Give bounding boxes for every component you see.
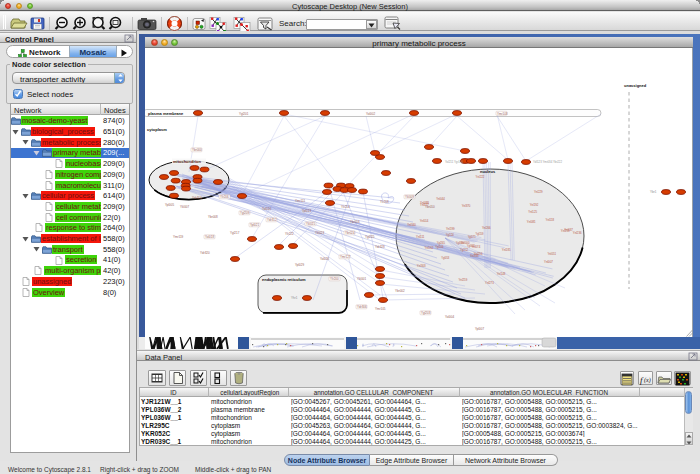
svg-text:Ylr214: Ylr214 — [341, 205, 350, 209]
svg-text:Ygl225: Ygl225 — [365, 235, 375, 239]
svg-text:Ylr222: Ylr222 — [285, 232, 294, 236]
svg-text:Ydr306: Ydr306 — [357, 305, 367, 309]
svg-text:Ygl124: Ygl124 — [446, 233, 455, 237]
svg-text:Ymr111: Ymr111 — [295, 199, 305, 203]
svg-text:Ydl123 Ymr034 Ybr222: Ydl123 Ymr034 Ybr222 — [533, 160, 562, 164]
svg-text:Ydr320: Ydr320 — [200, 251, 210, 255]
svg-text:endoplasmic reticulum: endoplasmic reticulum — [262, 277, 306, 282]
svg-text:Yol010: Yol010 — [262, 207, 271, 211]
svg-text:Yol002: Yol002 — [366, 112, 375, 116]
svg-text:Ygl217: Ygl217 — [230, 231, 240, 235]
svg-text:Ygl201: Ygl201 — [239, 112, 249, 116]
svg-text:Ypl013: Ypl013 — [302, 209, 311, 213]
svg-text:Ykl007: Ykl007 — [180, 205, 190, 209]
svg-text:nucleus: nucleus — [480, 169, 496, 174]
svg-text:Ygl209: Ygl209 — [240, 211, 250, 215]
svg-text:Yhr1: Yhr1 — [291, 296, 298, 300]
svg-text:Ylr206: Ylr206 — [220, 195, 229, 199]
svg-text:Ybr016: Ybr016 — [350, 220, 360, 224]
svg-text:Ybr024: Ybr024 — [345, 231, 355, 235]
svg-text:plasma membrane: plasma membrane — [148, 111, 184, 116]
svg-text:Ygl212: Ygl212 — [460, 248, 469, 252]
svg-text:Ynl340: Ynl340 — [407, 223, 416, 227]
svg-text:(x): (x) — [644, 377, 651, 384]
svg-text:Ynl236: Ynl236 — [573, 231, 582, 235]
svg-text:Ykl015: Ykl015 — [306, 222, 316, 226]
svg-text:Ybr008: Ybr008 — [208, 215, 218, 219]
svg-text:Ynl125: Ynl125 — [528, 210, 537, 214]
svg-text:Ynl007: Ynl007 — [544, 260, 553, 264]
svg-text:Ynl266: Ynl266 — [482, 226, 491, 230]
svg-text:cytoplasm: cytoplasm — [147, 127, 167, 132]
svg-text:mitochondrion: mitochondrion — [173, 159, 202, 164]
svg-text:Ylr200: Ylr200 — [330, 277, 339, 281]
svg-text:Yol004: Yol004 — [445, 315, 454, 319]
svg-text:Ymr127: Ymr127 — [340, 255, 351, 259]
svg-text:Ynl192: Ynl192 — [530, 203, 539, 207]
svg-text:Ynl162: Ynl162 — [425, 246, 434, 250]
svg-text:Ygl159: Ygl159 — [475, 232, 484, 236]
svg-text:Ynl229: Ynl229 — [534, 190, 543, 194]
svg-text:Ynl185: Ynl185 — [502, 248, 511, 252]
svg-text:Ynl081: Ynl081 — [527, 220, 536, 224]
svg-text:Ynl044: Ynl044 — [436, 197, 445, 201]
svg-text:Ydr328: Ydr328 — [375, 245, 385, 249]
svg-text:Ypl029: Ypl029 — [295, 263, 304, 267]
svg-text:Yol018: Yol018 — [205, 235, 214, 239]
svg-text:Yol211 Ygr100: Yol211 Ygr100 — [445, 160, 463, 164]
svg-text:Ykl023: Ykl023 — [315, 231, 325, 235]
svg-text:Ygl018: Ygl018 — [467, 244, 476, 248]
svg-text:Ynl014: Ynl014 — [420, 219, 429, 223]
svg-text:Ypl021: Ypl021 — [250, 223, 259, 227]
svg-text:Ynl259: Ynl259 — [459, 278, 468, 282]
svg-text:Ynl111: Ynl111 — [416, 235, 425, 239]
svg-text:Ybr000: Ybr000 — [192, 148, 202, 152]
svg-text:Ypl005: Ypl005 — [165, 203, 174, 207]
svg-text:Ynl303: Ynl303 — [417, 264, 426, 268]
svg-text:Ygl265: Ygl265 — [437, 241, 446, 245]
svg-text:Ydr304: Ydr304 — [192, 196, 202, 200]
svg-text:Ygl000: Ygl000 — [456, 241, 465, 245]
svg-text:Ybr1: Ybr1 — [650, 190, 657, 194]
svg-text:Ynl273: Ynl273 — [485, 281, 494, 285]
svg-text:Ykl009: Ykl009 — [405, 195, 415, 199]
svg-text:Ymr119: Ymr119 — [173, 235, 184, 239]
svg-text:Ygl071: Ygl071 — [468, 235, 477, 239]
svg-text:Ynl199: Ynl199 — [446, 227, 455, 231]
svg-text:Ynl088: Ynl088 — [420, 201, 429, 205]
svg-text:Ypl007: Ypl007 — [475, 327, 484, 331]
svg-text:Ygl203: Ygl203 — [421, 311, 431, 315]
svg-text:Ygl053: Ygl053 — [441, 256, 450, 260]
svg-text:Ybr002: Ybr002 — [395, 289, 405, 293]
svg-text:Ykl001: Ykl001 — [357, 277, 367, 281]
svg-text:Ymr105: Ymr105 — [375, 307, 386, 311]
svg-text:Ygl106: Ygl106 — [435, 245, 444, 249]
svg-text:unassigned: unassigned — [624, 83, 647, 88]
svg-text:Ynl148: Ynl148 — [497, 272, 506, 276]
svg-text:Ynl155: Ynl155 — [561, 229, 570, 233]
svg-text:Yol026: Yol026 — [320, 257, 329, 261]
svg-text:Ynl051: Ynl051 — [547, 252, 556, 256]
svg-text:Ynl118: Ynl118 — [546, 218, 555, 222]
svg-text:Ynl370: Ynl370 — [462, 204, 471, 208]
svg-text:Ydr312: Ydr312 — [267, 218, 277, 222]
svg-text:Ynl333: Ynl333 — [470, 254, 479, 258]
svg-text:Ynl222: Ynl222 — [476, 175, 485, 179]
svg-text:Ymr103: Ymr103 — [497, 112, 508, 116]
